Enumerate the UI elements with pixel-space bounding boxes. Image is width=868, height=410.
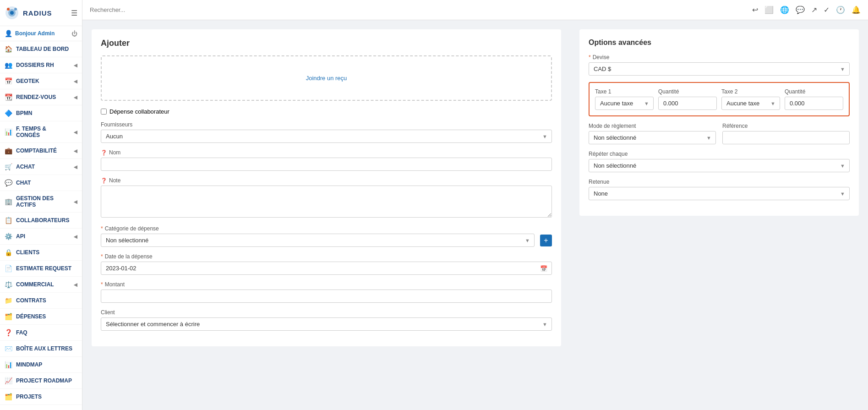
drop-zone[interactable]: Joindre un reçu — [101, 55, 552, 101]
sidebar-item-dossiers-rh[interactable]: 👥 DOSSIERS RH ◀ — [0, 57, 82, 73]
mode-reglement-select[interactable]: Non sélectionné — [589, 131, 716, 144]
sidebar-item-tableau-de-bord[interactable]: 🏠 TABLEAU DE BORD — [0, 41, 82, 57]
retenue-group: Retenue None ▼ — [589, 179, 850, 200]
note-textarea[interactable] — [101, 186, 552, 218]
sidebar-item-achat[interactable]: 🛒 ACHAT ◀ — [0, 159, 82, 175]
montant-input[interactable] — [101, 290, 552, 303]
sidebar-item-contrats[interactable]: 📁 CONTRATS — [0, 293, 82, 309]
comptabilite-arrow-icon: ◀ — [74, 148, 77, 153]
sidebar-item-projets[interactable]: 🗂️ PROJETS — [0, 389, 82, 405]
hamburger-icon[interactable]: ☰ — [71, 9, 77, 17]
sidebar-item-faq[interactable]: ❓ FAQ — [0, 325, 82, 341]
commercial-label: COMMERCIAL — [16, 281, 54, 288]
top-bar: ↩ ⬜ 🌐 💬 ↗ ✓ 🕐 🔔 — [82, 0, 868, 20]
dossiers-rh-label: DOSSIERS RH — [16, 62, 54, 68]
options-card: Options avancées Devise CAD $ ▼ — [579, 29, 859, 216]
sidebar-item-rendez-vous[interactable]: 📆 RENDEZ-VOUS ◀ — [0, 89, 82, 105]
mindmap-label: MINDMAP — [16, 361, 42, 368]
gestion-actifs-arrow-icon: ◀ — [74, 199, 77, 204]
retenue-select[interactable]: None — [589, 187, 850, 200]
check-icon[interactable]: ✓ — [824, 5, 830, 14]
client-group: Client Sélectionner et commencer à écrir… — [101, 309, 552, 331]
faq-icon: ❓ — [5, 329, 12, 336]
bell-icon[interactable]: 🔔 — [852, 5, 861, 14]
gestion-actifs-icon: 🏢 — [5, 198, 12, 205]
sidebar-item-comptabilite[interactable]: 💼 COMPTABILITÉ ◀ — [0, 143, 82, 159]
date-wrap: 📅 — [101, 262, 552, 275]
sidebar-item-boite-lettres[interactable]: ✉️ BOÎTE AUX LETTRES — [0, 341, 82, 357]
repeter-select-wrap: Non sélectionné ▼ — [589, 159, 850, 172]
sidebar-item-gestion-actifs[interactable]: 🏢 GESTION DES ACTIFS ◀ — [0, 191, 82, 213]
geotek-label: GEOTEK — [16, 78, 39, 84]
main-content: ↩ ⬜ 🌐 💬 ↗ ✓ 🕐 🔔 Ajouter Joindre un reçu — [82, 0, 868, 410]
taxe1-select[interactable]: Aucune taxe — [595, 97, 654, 110]
project-roadmap-icon: 📈 — [5, 377, 12, 384]
taxe2-select[interactable]: Aucune taxe — [721, 97, 780, 110]
sidebar-item-geotek[interactable]: 📅 GEOTEK ◀ — [0, 73, 82, 89]
calendar-icon[interactable]: 📅 — [540, 265, 547, 272]
devise-select[interactable]: CAD $ — [589, 62, 850, 76]
screen-icon[interactable]: ⬜ — [764, 5, 774, 14]
options-title: Options avancées — [589, 38, 850, 47]
taxe2-quantite-input[interactable] — [785, 97, 843, 110]
nom-input[interactable] — [101, 158, 552, 171]
fournisseurs-select-wrap: Aucun ▼ — [101, 130, 552, 143]
sidebar-item-project-roadmap[interactable]: 📈 PROJECT ROADMAP — [0, 373, 82, 389]
note-group: ❓ Note — [101, 177, 552, 219]
taxe2-label: Taxe 2 — [721, 88, 780, 95]
collaborateur-checkbox[interactable] — [101, 109, 107, 115]
project-roadmap-label: PROJECT ROADMAP — [16, 377, 72, 384]
globe-icon[interactable]: 🌐 — [780, 5, 789, 14]
fournisseurs-select[interactable]: Aucun — [101, 130, 552, 143]
taxe1-quantite-group: Quantité — [658, 88, 717, 110]
nom-help-icon[interactable]: ❓ — [101, 150, 107, 156]
sidebar-item-mindmap[interactable]: 📊 MINDMAP — [0, 357, 82, 373]
comptabilite-label: COMPTABILITÉ — [16, 148, 57, 154]
note-help-icon[interactable]: ❓ — [101, 178, 107, 184]
collaborateurs-label: COLLABORATEURS — [16, 217, 69, 224]
search-input[interactable] — [90, 6, 748, 13]
chat-label: CHAT — [16, 180, 31, 186]
repeter-select[interactable]: Non sélectionné — [589, 159, 850, 172]
devise-group: Devise CAD $ ▼ — [589, 54, 850, 76]
sidebar-item-f-temps-conges[interactable]: 📊 F. TEMPS & CONGÉS ◀ — [0, 121, 82, 143]
gestion-actifs-label: GESTION DES ACTIFS — [16, 195, 70, 208]
estimate-request-label: ESTIMATE REQUEST — [16, 265, 71, 272]
chat-icon: 💬 — [5, 179, 12, 186]
sidebar-item-collaborateurs[interactable]: 📋 COLLABORATEURS — [0, 213, 82, 229]
sidebar-item-estimate-request[interactable]: 📄 ESTIMATE REQUEST — [0, 261, 82, 277]
api-label: API — [16, 233, 25, 240]
taxe2-group: Taxe 2 Aucune taxe ▼ — [721, 88, 780, 110]
sidebar-item-clients[interactable]: 🔒 CLIENTS — [0, 245, 82, 261]
client-select[interactable]: Sélectionner et commencer à écrire — [101, 317, 552, 331]
sidebar-item-commercial[interactable]: ⚖️ COMMERCIAL ◀ — [0, 277, 82, 293]
chat-icon[interactable]: 💬 — [796, 5, 805, 14]
devise-label: Devise — [589, 54, 850, 60]
reference-input[interactable] — [722, 131, 850, 144]
categorie-plus-button[interactable]: + — [540, 235, 552, 246]
sidebar-item-bpmn[interactable]: 🔷 BPMN — [0, 105, 82, 121]
mode-reglement-select-wrap: Non sélectionné ▼ — [589, 131, 716, 144]
f-temps-conges-arrow-icon: ◀ — [74, 130, 77, 135]
share-icon[interactable]: ↗ — [811, 5, 817, 14]
mindmap-icon: 📊 — [5, 361, 12, 368]
projets-icon: 🗂️ — [5, 393, 12, 400]
tax-row: Taxe 1 Aucune taxe ▼ Quantité — [595, 88, 843, 110]
sidebar-item-chat[interactable]: 💬 CHAT — [0, 175, 82, 191]
depenses-icon: 🗂️ — [5, 313, 12, 320]
taxe1-quantite-input[interactable] — [658, 97, 717, 110]
date-input[interactable] — [101, 262, 552, 275]
history-icon[interactable]: ↩ — [752, 5, 758, 14]
geotek-arrow-icon: ◀ — [74, 79, 77, 84]
user-row: 👤 Bonjour Admin ⏻ — [0, 26, 82, 41]
nav-menu: 🏠 TABLEAU DE BORD 👥 DOSSIERS RH ◀ 📅 GEOT… — [0, 41, 82, 405]
power-icon[interactable]: ⏻ — [71, 30, 77, 37]
api-icon: ⚙️ — [5, 233, 12, 240]
categorie-select[interactable]: Non sélectionné — [101, 234, 535, 247]
options-panel: Options avancées Devise CAD $ ▼ — [570, 20, 868, 410]
devise-select-wrap: CAD $ ▼ — [589, 62, 850, 76]
clock-icon[interactable]: 🕐 — [836, 5, 845, 14]
sidebar-item-depenses[interactable]: 🗂️ DÉPENSES — [0, 309, 82, 325]
form-panel: Ajouter Joindre un reçu Dépense collabor… — [82, 20, 570, 410]
sidebar-item-api[interactable]: ⚙️ API ◀ — [0, 229, 82, 245]
